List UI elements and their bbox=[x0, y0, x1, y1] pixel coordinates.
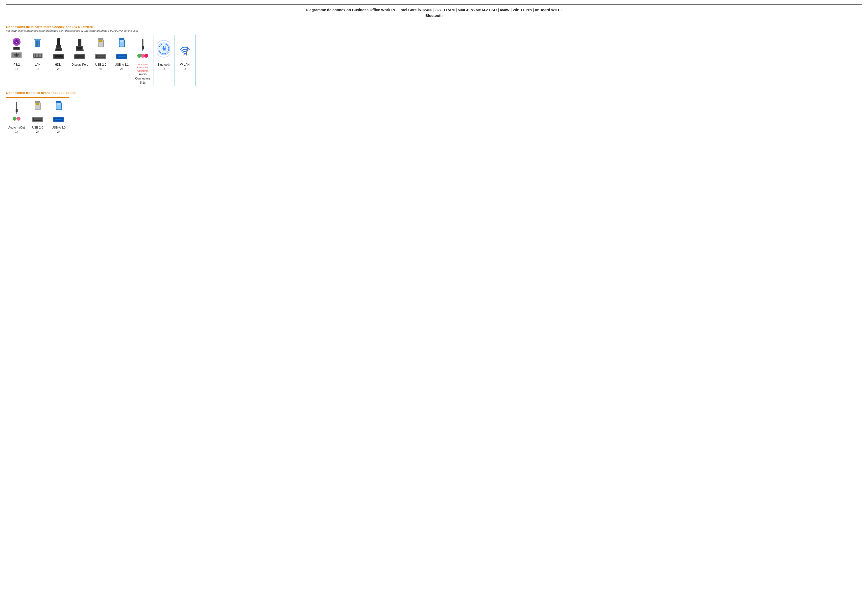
svg-rect-81 bbox=[16, 112, 17, 114]
bluetooth-label: Bluetooth1x bbox=[158, 63, 170, 71]
ps2-label: PS/21x bbox=[13, 63, 20, 71]
hdmi-label: HDMI2x bbox=[55, 63, 63, 71]
lan-label: LAN1x bbox=[35, 63, 40, 71]
svg-text:₦: ₦ bbox=[162, 45, 166, 52]
svg-point-18 bbox=[16, 53, 17, 54]
connector-ps2: PS/21x bbox=[6, 35, 27, 86]
front-audio-label: Audio In/Out1x bbox=[8, 126, 25, 134]
connector-bluetooth: ₦ Bluetooth1x bbox=[153, 35, 174, 86]
usb2-icon bbox=[92, 36, 109, 61]
bluetooth-icon: ₦ bbox=[155, 36, 172, 61]
svg-rect-31 bbox=[36, 54, 37, 57]
svg-rect-48 bbox=[75, 55, 84, 58]
svg-point-3 bbox=[15, 40, 16, 42]
svg-rect-90 bbox=[34, 118, 42, 120]
connector-usba31: USB-A 3.12x bbox=[112, 35, 132, 86]
connector-displayport: Display Port1x bbox=[69, 35, 90, 86]
svg-point-4 bbox=[17, 40, 19, 42]
rear-section-subtitle: (les connexions moniteur/carte graphique… bbox=[6, 29, 862, 32]
svg-point-16 bbox=[16, 54, 17, 56]
svg-point-70 bbox=[144, 54, 148, 58]
svg-rect-80 bbox=[16, 109, 17, 112]
displayport-icon bbox=[71, 36, 88, 61]
svg-line-77 bbox=[186, 47, 187, 55]
usba31-icon bbox=[113, 36, 130, 61]
wlan-icon bbox=[177, 36, 193, 61]
ps2-icon bbox=[8, 36, 25, 61]
connector-hdmi: HDMI2x bbox=[48, 35, 69, 86]
svg-rect-45 bbox=[77, 47, 82, 50]
svg-rect-60 bbox=[120, 40, 124, 42]
svg-point-21 bbox=[19, 56, 20, 56]
svg-point-10 bbox=[18, 48, 19, 48]
front-connector-usb2: USB 2.02x bbox=[27, 98, 48, 135]
usb2-label: USB 2.04x bbox=[95, 63, 106, 71]
svg-rect-41 bbox=[55, 55, 63, 58]
svg-rect-25 bbox=[37, 40, 38, 45]
svg-point-83 bbox=[17, 117, 20, 121]
front-usb2-icon bbox=[29, 99, 46, 124]
svg-rect-66 bbox=[142, 46, 144, 50]
svg-rect-26 bbox=[39, 40, 40, 45]
usba31-label: USB-A 3.12x bbox=[115, 63, 129, 71]
svg-point-8 bbox=[15, 48, 16, 48]
front-usba30-icon bbox=[50, 99, 67, 124]
connector-lan: LAN1x bbox=[27, 35, 48, 86]
audio-icon bbox=[134, 36, 151, 61]
svg-point-12 bbox=[18, 48, 19, 49]
svg-rect-36 bbox=[56, 45, 61, 48]
hdmi-icon bbox=[50, 36, 67, 61]
front-connectors-wrapper: Audio In/Out1x US bbox=[6, 97, 862, 135]
svg-rect-24 bbox=[36, 40, 37, 45]
svg-rect-33 bbox=[39, 54, 40, 57]
svg-rect-38 bbox=[56, 49, 61, 50]
svg-point-9 bbox=[16, 48, 17, 48]
svg-rect-67 bbox=[142, 50, 143, 51]
svg-rect-56 bbox=[97, 56, 105, 58]
connector-audio: *7.1 avecFrontpanelConnector AudioConnec… bbox=[132, 35, 153, 86]
svg-rect-94 bbox=[57, 103, 60, 105]
lan-icon bbox=[29, 36, 46, 61]
rear-section-title: Connexions de la carte mère Connexions P… bbox=[6, 25, 862, 29]
wlan-label: W-LAN1x bbox=[180, 63, 189, 71]
rear-connectors-row: PS/21x bbox=[6, 35, 195, 86]
svg-point-82 bbox=[12, 117, 17, 121]
front-connectors-row: Audio In/Out1x US bbox=[6, 97, 69, 135]
svg-rect-27 bbox=[35, 46, 40, 47]
svg-point-20 bbox=[14, 56, 15, 56]
front-section-title: Connexions frontales avant / haut du boî… bbox=[6, 91, 862, 95]
svg-rect-34 bbox=[40, 54, 41, 57]
front-usba30-label: USB-A 3.02x bbox=[52, 126, 65, 134]
svg-rect-22 bbox=[34, 39, 41, 40]
front-connector-audio: Audio In/Out1x bbox=[6, 98, 27, 135]
svg-rect-32 bbox=[37, 54, 38, 57]
front-audio-icon bbox=[8, 99, 25, 124]
rear-section: Connexions de la carte mère Connexions P… bbox=[6, 25, 862, 86]
svg-point-68 bbox=[137, 54, 141, 58]
svg-point-76 bbox=[184, 53, 186, 54]
displayport-label: Display Port1x bbox=[72, 63, 88, 71]
front-usb2-label: USB 2.02x bbox=[32, 126, 43, 134]
connector-usb2: USB 2.04x bbox=[90, 35, 112, 86]
connector-wlan: W-LAN1x bbox=[174, 35, 195, 86]
svg-point-5 bbox=[16, 42, 17, 43]
front-connector-usba30: USB-A 3.02x bbox=[48, 98, 69, 135]
svg-rect-97 bbox=[55, 119, 62, 120]
svg-rect-87 bbox=[36, 103, 39, 105]
svg-point-69 bbox=[141, 54, 145, 58]
svg-point-11 bbox=[15, 48, 16, 49]
front-section: Connexions frontales avant / haut du boî… bbox=[6, 91, 862, 135]
page-title: Diagramme de connexion Business Office W… bbox=[6, 5, 862, 21]
audio-label: AudioConnectors5.1x bbox=[135, 72, 150, 85]
svg-rect-42 bbox=[78, 39, 81, 47]
svg-rect-64 bbox=[118, 56, 125, 57]
svg-point-19 bbox=[18, 54, 19, 55]
svg-rect-53 bbox=[99, 40, 102, 42]
svg-rect-35 bbox=[57, 38, 60, 46]
audio-note: *7.1 avecFrontpanelConnector bbox=[137, 63, 148, 72]
svg-point-17 bbox=[14, 54, 15, 55]
svg-rect-30 bbox=[34, 54, 35, 57]
